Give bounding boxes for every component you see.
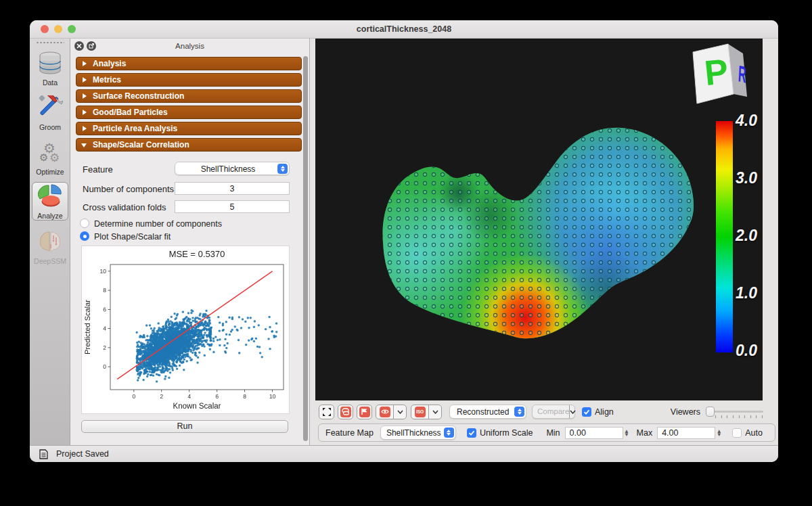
display-mode-select[interactable]: Reconstructed: [449, 405, 526, 419]
shape-scalar-plot: [81, 246, 290, 414]
chevron-down-icon: [432, 410, 438, 414]
section-label: Shape/Scalar Correlation: [93, 140, 189, 150]
module-optimize-label: Optimize: [32, 168, 68, 176]
module-groom-label: Groom: [32, 123, 68, 131]
max-input[interactable]: [657, 427, 715, 439]
pie-chart-icon: [37, 184, 63, 208]
svg-text:⚙: ⚙: [39, 152, 48, 163]
max-label: Max: [637, 428, 653, 438]
align-control[interactable]: Align: [582, 407, 614, 417]
components-label: Number of components: [83, 184, 174, 194]
brain-icon: [37, 229, 63, 254]
eye-icon: [380, 407, 390, 417]
orientation-cube[interactable]: P R: [689, 43, 753, 110]
feature-map-select[interactable]: ShellThickness: [380, 426, 456, 440]
iso-split-button[interactable]: ISO: [411, 405, 442, 419]
toolbar-drag-handle[interactable]: [36, 41, 64, 44]
auto-label: Auto: [745, 428, 763, 438]
auto-checkbox[interactable]: [732, 428, 742, 438]
section-label: Good/Bad Particles: [93, 108, 168, 117]
section-label: Metrics: [93, 75, 121, 85]
iso-icon: ISO: [415, 407, 426, 417]
determine-components-radio[interactable]: [80, 218, 89, 228]
compare-select: Compare: [532, 405, 575, 419]
chevron-down-icon: [81, 143, 87, 147]
section-shape-scalar-correlation[interactable]: Shape/Scalar Correlation: [76, 138, 302, 152]
compare-dropdown: [569, 405, 576, 418]
slider-ticks: [715, 415, 763, 418]
min-label: Min: [546, 428, 560, 438]
min-spinner[interactable]: ▲▼: [623, 427, 631, 439]
panel-scrollbar[interactable]: [303, 56, 308, 441]
groom-tools-icon: [37, 95, 63, 120]
screen: corticalThickness_2048 Data: [0, 0, 812, 506]
module-data-label: Data: [32, 78, 68, 87]
analysis-panel: Analysis Analysis Metrics Surface Recons…: [70, 39, 310, 445]
fit-view-button[interactable]: [319, 405, 334, 419]
glyphs-toggle-button[interactable]: [338, 405, 353, 419]
check-icon: [582, 407, 591, 417]
colorbar-tick-2: 2.0: [736, 227, 757, 245]
section-label: Particle Area Analysis: [93, 124, 177, 133]
section-label: Analysis: [93, 59, 126, 68]
module-optimize[interactable]: ⚙ ⚙ ⚙ Optimize: [32, 139, 68, 176]
surface-toggle-button[interactable]: [357, 405, 372, 419]
app-window: corticalThickness_2048 Data: [30, 20, 778, 462]
colorbar-tick-4: 4.0: [736, 112, 757, 130]
iso-dropdown[interactable]: [428, 405, 441, 419]
max-spinner[interactable]: ▲▼: [715, 427, 723, 439]
chevron-right-icon: [83, 61, 87, 66]
section-label: Surface Reconstruction: [93, 91, 184, 101]
feature-select-value: ShellThickness: [182, 164, 274, 174]
view-mode-dropdown[interactable]: [393, 405, 406, 419]
viewers-slider[interactable]: [706, 411, 763, 413]
feature-select[interactable]: ShellThickness: [175, 162, 290, 175]
uniform-scale-control[interactable]: Uniform Scale: [467, 428, 533, 438]
components-input[interactable]: [175, 182, 290, 195]
module-groom[interactable]: Groom: [32, 94, 68, 131]
run-button[interactable]: Run: [81, 420, 288, 433]
plot-fit-radio[interactable]: [80, 231, 89, 241]
section-particle-area-analysis[interactable]: Particle Area Analysis: [76, 122, 302, 135]
viewers-slider-handle[interactable]: [706, 407, 715, 417]
cube-front-letter: P: [702, 51, 730, 93]
display-mode-value: Reconstructed: [457, 407, 511, 417]
check-icon: [467, 428, 476, 438]
module-data[interactable]: Data: [32, 49, 68, 87]
chevron-right-icon: [83, 77, 87, 83]
colorbar-tick-1: 1.0: [736, 284, 757, 302]
scatter-chart: [82, 246, 289, 413]
colorbar-tick-0: 0.0: [736, 342, 757, 360]
glyphs-icon: [340, 407, 351, 417]
fit-view-icon: [322, 407, 332, 417]
min-input[interactable]: [565, 427, 623, 439]
panel-scrollbar-thumb[interactable]: [303, 56, 308, 441]
section-good-bad-particles[interactable]: Good/Bad Particles: [76, 106, 302, 119]
section-surface-reconstruction[interactable]: Surface Reconstruction: [76, 89, 302, 103]
module-toolbar: Data Groom ⚙ ⚙ ⚙ Optimize: [30, 39, 70, 445]
module-deepssm: DeepSSM: [32, 228, 68, 265]
viewer-toolbar: ISO Reconstructed Compare: [315, 402, 778, 421]
module-analyze[interactable]: Analyze: [32, 182, 68, 221]
section-metrics[interactable]: Metrics: [76, 73, 302, 87]
feature-label: Feature: [83, 164, 113, 175]
view-mode-split-button[interactable]: [376, 405, 407, 419]
select-stepper-icon: [444, 428, 454, 438]
feature-map-label: Feature Map: [325, 428, 374, 438]
module-deepssm-label: DeepSSM: [32, 257, 68, 265]
viewport-3d[interactable]: P R 4.0 3.0 2.0 1.0 0.0: [315, 39, 763, 400]
uniform-scale-checkbox[interactable]: [467, 428, 476, 438]
iso-label: ISO: [416, 409, 424, 414]
folds-input[interactable]: [175, 200, 290, 213]
status-bar: Project Saved: [30, 445, 778, 462]
align-label: Align: [595, 407, 614, 417]
cube-side-letter: R: [738, 61, 747, 89]
compare-value: Compare: [533, 405, 569, 418]
panel-title: Analysis: [70, 42, 309, 50]
chevron-right-icon: [83, 93, 87, 99]
select-stepper-icon: [277, 164, 288, 174]
align-checkbox[interactable]: [582, 407, 591, 417]
section-analysis[interactable]: Analysis: [76, 57, 302, 70]
folds-label: Cross validation folds: [83, 202, 166, 212]
auto-control[interactable]: Auto: [732, 428, 763, 438]
